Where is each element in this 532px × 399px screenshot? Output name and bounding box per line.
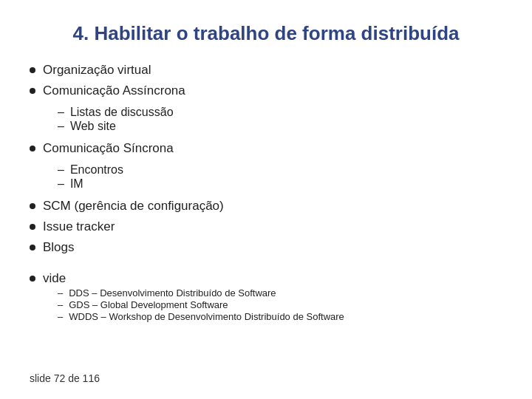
sub-item-text: Web site [70,120,116,133]
sub-list-item: – Listas de discussão [58,106,502,119]
sub-list-item: – Encontros [58,163,502,177]
vide-sub-item-text: WDDS – Workshop de Desenvolvimento Distr… [69,311,344,322]
vide-label: vide [43,271,66,286]
bullet-text: SCM (gerência de configuração) [43,199,224,214]
bullet-icon [30,67,35,73]
dash-icon: – [58,311,63,322]
vide-sub-list-item: – DDS – Desenvolvimento Distribuído de S… [58,287,502,299]
dash-icon: – [58,106,64,119]
slide-footer: slide 72 de 116 [30,372,502,384]
dash-icon: – [58,163,64,177]
sub-list-item: – Web site [58,120,502,133]
vide-sub-list-item: – WDDS – Workshop de Desenvolvimento Dis… [58,311,502,322]
sub-item-text: Listas de discussão [70,106,174,119]
vide-section: vide – DDS – Desenvolvimento Distribuído… [30,271,502,323]
bullet-icon [30,203,35,209]
list-item: Comunicação Assíncrona [30,83,502,98]
slide-title: 4. Habilitar o trabalho de forma distrib… [30,22,502,45]
vide-sub-item-text: DDS – Desenvolvimento Distribuído de Sof… [69,287,276,299]
vide-sub-items-group: – DDS – Desenvolvimento Distribuído de S… [58,287,502,322]
list-item: vide [30,271,502,286]
slide-container: 4. Habilitar o trabalho de forma distrib… [0,0,532,399]
dash-icon: – [58,120,64,133]
list-item: Comunicação Síncrona [30,141,502,156]
bullet-text: Issue tracker [43,219,115,234]
bullet-icon [30,224,35,230]
dash-icon: – [58,299,63,310]
list-item: Blogs [30,240,502,255]
bullet-text: Comunicação Assíncrona [43,83,185,98]
sub-items-group: – Encontros – IM [58,163,502,191]
bullet-text: Comunicação Síncrona [43,141,174,156]
dash-icon: – [58,177,64,191]
bullet-icon [30,146,35,151]
dash-icon: – [58,287,63,299]
bullet-text: Blogs [43,240,75,255]
list-item: Issue tracker [30,219,502,234]
vide-sub-list-item: – GDS – Global Development Software [58,299,502,310]
bullet-text: Organização virtual [43,63,151,78]
bullet-icon [30,245,35,250]
content-area: Organização virtual Comunicação Assíncro… [30,63,502,361]
bullet-icon [30,276,35,282]
list-item: Organização virtual [30,63,502,78]
sub-item-text: IM [70,177,83,191]
bullet-icon [30,88,35,94]
sub-list-item: – IM [58,177,502,191]
sub-item-text: Encontros [70,163,123,177]
list-item: SCM (gerência de configuração) [30,199,502,214]
vide-sub-item-text: GDS – Global Development Software [69,299,228,310]
sub-items-group: – Listas de discussão – Web site [58,106,502,134]
